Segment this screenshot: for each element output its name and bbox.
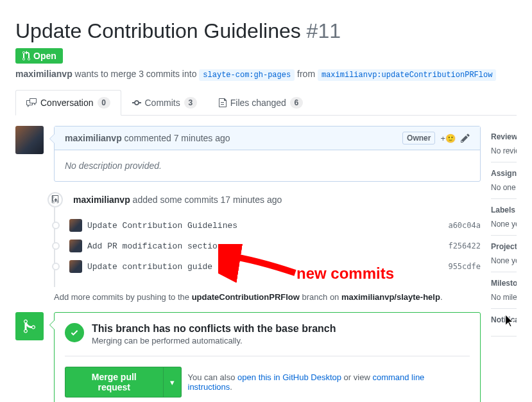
commit-message-link[interactable]: Add PR modification section (87, 241, 223, 251)
tabnav: Conversation 0 Commits 3 Files changed 6 (15, 90, 517, 116)
merge-description: maximilianvp wants to merge 3 commits in… (15, 69, 496, 80)
commit-row: Update Contribution Guidelines a60c04a (69, 215, 481, 236)
sidebar-milestone[interactable]: Milestone No milestone (491, 272, 517, 309)
conversation-count: 0 (98, 97, 110, 109)
sidebar-notifications[interactable]: Notifications (491, 309, 517, 336)
state-label: Open (33, 51, 56, 61)
tab-files-changed[interactable]: Files changed 6 (208, 90, 314, 115)
pencil-icon (461, 133, 470, 143)
tab-conversation[interactable]: Conversation 0 (15, 90, 121, 116)
commit-sha-link[interactable]: a60c04a (448, 221, 481, 230)
merge-alternatives: You can also open this in GitHub Desktop… (188, 372, 470, 392)
merge-icon-box (15, 312, 44, 340)
pr-number: #11 (307, 19, 341, 42)
avatar[interactable] (15, 126, 44, 154)
commit-row: Update contribution guide 955cdfe (69, 256, 481, 277)
comment-discussion-icon (26, 98, 37, 108)
timeline-comment: maximilianvp commented 7 minutes ago Own… (54, 126, 481, 182)
sidebar: Reviewers No reviews Assignees No one as… (491, 126, 517, 402)
avatar[interactable] (69, 240, 82, 252)
sidebar-reviewers[interactable]: Reviewers No reviews (491, 126, 517, 162)
head-branch[interactable]: maximilianvp:updateContributionPRFlow (318, 69, 496, 81)
sidebar-labels[interactable]: Labels None yet (491, 199, 517, 236)
comment-author[interactable]: maximilianvp (65, 133, 122, 143)
comment-timestamp: 7 minutes ago (174, 133, 230, 143)
merge-status-subtitle: Merging can be performed automatically. (92, 336, 336, 345)
edit-button[interactable] (461, 133, 470, 143)
file-diff-icon (219, 98, 227, 108)
comment-header: maximilianvp commented 7 minutes ago Own… (55, 127, 480, 150)
merge-box: This branch has no conflicts with the ba… (54, 312, 481, 402)
merge-options-caret[interactable]: ▾ (164, 367, 182, 398)
comment-body: No description provided. (55, 150, 480, 181)
commit-sha-link[interactable]: 955cdfe (448, 262, 481, 271)
push-hint: Add more commits by pushing to the updat… (54, 292, 481, 302)
pr-title: Update Contribution Guidelines #11 (15, 19, 517, 43)
git-merge-icon (23, 319, 36, 334)
state-row: Open maximilianvp wants to merge 3 commi… (15, 48, 517, 80)
base-branch[interactable]: slayte-com:gh-pages (199, 69, 295, 81)
commits-author[interactable]: maximilianvp (73, 195, 130, 205)
owner-badge: Owner (402, 132, 435, 144)
check-icon (65, 323, 84, 342)
commits-block: maximilianvp added some commits 17 minut… (54, 192, 481, 287)
add-reaction-button[interactable]: +🙂 (440, 134, 456, 143)
git-pull-request-icon (22, 51, 31, 61)
commit-message-link[interactable]: Update Contribution Guidelines (87, 221, 237, 231)
commit-row: Add PR modification section f256422 (69, 236, 481, 256)
git-commit-icon (132, 98, 141, 108)
avatar[interactable] (69, 219, 82, 232)
author-link[interactable]: maximilianvp (15, 69, 73, 79)
merge-pull-request-button[interactable]: Merge pull request (65, 367, 164, 398)
state-badge-open: Open (15, 48, 63, 64)
merge-status-title: This branch has no conflicts with the ba… (92, 323, 336, 335)
repo-push-icon (47, 192, 63, 207)
tab-commits[interactable]: Commits 3 (121, 90, 208, 115)
sidebar-projects[interactable]: Projects None yet (491, 236, 517, 272)
open-desktop-link[interactable]: open this in GitHub Desktop (237, 372, 341, 382)
commit-sha-link[interactable]: f256422 (448, 241, 481, 250)
avatar[interactable] (69, 260, 82, 273)
sidebar-assignees[interactable]: Assignees No one assigned (491, 162, 517, 199)
commits-count: 3 (184, 97, 197, 109)
files-count: 6 (290, 97, 303, 109)
pr-title-text: Update Contribution Guidelines (15, 19, 301, 42)
commit-message-link[interactable]: Update contribution guide (87, 262, 212, 272)
